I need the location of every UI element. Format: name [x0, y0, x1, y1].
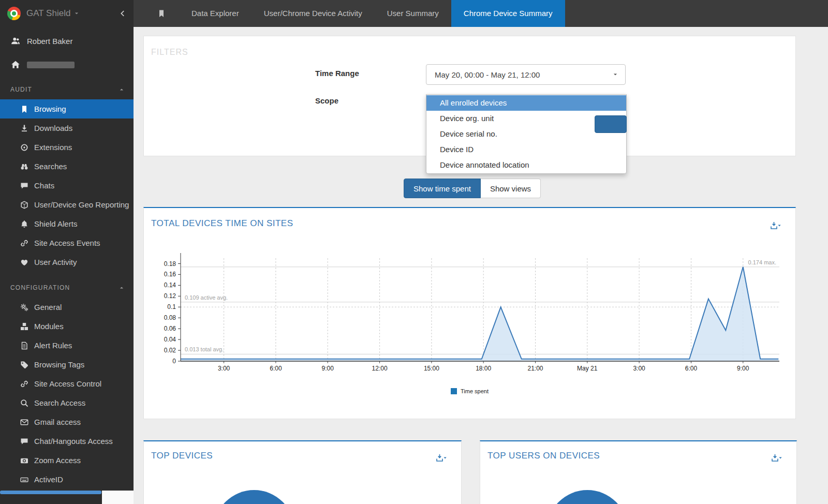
sidebar-item-shield-alerts[interactable]: Shield Alerts — [0, 214, 134, 233]
top-devices-pie-chart — [214, 490, 294, 504]
sidebar-item-home[interactable] — [0, 56, 134, 73]
chart-legend: Time spent — [144, 388, 795, 394]
tab-user-summary[interactable]: User Summary — [375, 0, 451, 27]
search-icon — [20, 399, 29, 407]
export-menu-icon[interactable] — [772, 454, 783, 463]
user-name: Robert Baker — [27, 37, 72, 46]
svg-text:0.12: 0.12 — [164, 292, 176, 300]
tab-chrome-device-summary[interactable]: Chrome Device Summary — [451, 0, 565, 27]
view-toggle-group: Show time spent Show views — [404, 179, 541, 198]
envelope-icon — [20, 418, 29, 426]
gat-shield-logo-icon — [7, 7, 21, 20]
svg-text:0.06: 0.06 — [164, 325, 176, 332]
time-on-sites-panel: TOTAL DEVICES TIME ON SITES 3:006:009:00… — [143, 207, 796, 419]
svg-text:May 21: May 21 — [577, 365, 598, 372]
caret-up-icon — [119, 87, 124, 92]
modules-icon — [20, 322, 29, 331]
bookmark-tab-icon[interactable] — [134, 9, 179, 18]
topnav-tabs: Data ExplorerUser/Chrome Device Activity… — [179, 0, 565, 27]
camera-icon — [20, 456, 29, 465]
sidebar-item-activeid[interactable]: ActiveID — [0, 470, 134, 489]
time-range-select[interactable]: May 20, 00:00 - May 21, 12:00 — [426, 64, 626, 85]
svg-text:0.08: 0.08 — [164, 314, 176, 321]
scrollbar-corner — [102, 491, 134, 504]
scope-option-device-annotated-location[interactable]: Device annotated location — [426, 157, 626, 173]
scope-option-all-enrolled-devices[interactable]: All enrolled devices — [426, 95, 626, 111]
sidebar-item-browsing-tags[interactable]: Browsing Tags — [0, 355, 134, 374]
sidebar-item-chat-hangouts-access[interactable]: Chat/Hangouts Access — [0, 432, 134, 451]
filters-panel: FILTERS Time Range May 20, 00:00 - May 2… — [143, 36, 796, 156]
svg-text:18:00: 18:00 — [476, 365, 491, 372]
sidebar-collapse-icon[interactable] — [119, 10, 126, 17]
sidebar-item-browsing[interactable]: Browsing — [0, 99, 134, 118]
svg-text:6:00: 6:00 — [270, 365, 282, 372]
sidebar-item-zoom-access[interactable]: Zoom Access — [0, 451, 134, 470]
link-icon — [20, 380, 29, 388]
extension-icon — [20, 143, 29, 152]
tab-user-chrome-device-activity[interactable]: User/Chrome Device Activity — [252, 0, 375, 27]
svg-text:0: 0 — [172, 358, 176, 365]
tab-data-explorer[interactable]: Data Explorer — [179, 0, 252, 27]
svg-text:9:00: 9:00 — [322, 365, 334, 372]
sidebar-item-user-activity[interactable]: User Activity — [0, 253, 134, 272]
sidebar-section-configuration[interactable]: CONFIGURATION — [0, 278, 134, 298]
sidebar-item-downloads[interactable]: Downloads — [0, 118, 134, 138]
user-icon — [10, 36, 21, 46]
show-views-button[interactable]: Show views — [481, 179, 541, 198]
sidebar-item-gmail-access[interactable]: Gmail access — [0, 412, 134, 432]
main-content: FILTERS Time Range May 20, 00:00 - May 2… — [134, 27, 828, 504]
svg-text:0.02: 0.02 — [164, 347, 176, 354]
redacted-label — [27, 62, 75, 68]
sidebar-item-user-device-geo-reporting[interactable]: User/Device Geo Reporting — [0, 195, 134, 214]
chevron-down-icon — [613, 72, 618, 77]
legend-label: Time spent — [461, 388, 489, 394]
sidebar-item-extensions[interactable]: Extensions — [0, 138, 134, 157]
chat-icon — [20, 182, 29, 190]
sidebar-item-modules[interactable]: Modules — [0, 317, 134, 336]
svg-text:9:00: 9:00 — [737, 365, 749, 372]
time-on-sites-chart: 3:006:009:0012:0015:0018:0021:00May 213:… — [144, 236, 796, 387]
top-users-panel: TOP USERS ON DEVICES — [480, 440, 797, 504]
search-button[interactable] — [595, 115, 627, 133]
time-range-label: Time Range — [315, 69, 359, 78]
filters-panel-label: FILTERS — [151, 48, 188, 57]
show-time-spent-button[interactable]: Show time spent — [404, 179, 481, 198]
cube-icon — [20, 201, 29, 209]
svg-text:0.04: 0.04 — [164, 336, 176, 343]
chart-panel-title: TOTAL DEVICES TIME ON SITES — [151, 218, 293, 229]
caret-up-icon — [119, 285, 124, 290]
sidebar-horizontal-scrollbar[interactable] — [0, 491, 101, 494]
sidebar-item-site-access-control[interactable]: Site Access Control — [0, 374, 134, 393]
sidebar-item-alert-rules[interactable]: Alert Rules — [0, 336, 134, 355]
bell-icon — [20, 220, 29, 228]
top-devices-panel: TOP DEVICES — [143, 440, 462, 504]
chat-icon — [20, 437, 29, 446]
sidebar-section-audit[interactable]: AUDIT — [0, 80, 134, 99]
export-menu-icon[interactable] — [771, 221, 782, 230]
sidebar-item-search-access[interactable]: Search Access — [0, 393, 134, 412]
sidebar: GAT Shield Robert Baker AUDITBrowsingDow… — [0, 0, 134, 504]
app-title[interactable]: GAT Shield — [26, 8, 70, 19]
scope-dropdown-menu: All enrolled devicesDevice org. unitDevi… — [426, 94, 627, 174]
bookmark-icon — [20, 105, 29, 113]
link-icon — [20, 239, 29, 247]
sidebar-item-site-access-events[interactable]: Site Access Events — [0, 233, 134, 253]
scope-option-device-id[interactable]: Device ID — [426, 142, 626, 157]
sidebar-item-general[interactable]: General — [0, 298, 134, 317]
svg-text:3:00: 3:00 — [633, 365, 645, 372]
download-icon — [20, 124, 29, 132]
app-menu-caret-icon[interactable] — [74, 11, 79, 16]
sidebar-item-searches[interactable]: Searches — [0, 157, 134, 176]
legend-swatch — [451, 388, 457, 394]
sidebar-user[interactable]: Robert Baker — [0, 32, 134, 50]
svg-text:21:00: 21:00 — [527, 365, 543, 372]
sidebar-item-chats[interactable]: Chats — [0, 176, 134, 195]
binoculars-icon — [20, 162, 29, 171]
export-menu-icon[interactable] — [436, 454, 448, 463]
svg-text:0.16: 0.16 — [164, 271, 176, 278]
svg-text:0.18: 0.18 — [164, 260, 176, 268]
app-window: GAT Shield Robert Baker AUDITBrowsingDow… — [0, 0, 828, 504]
svg-text:15:00: 15:00 — [424, 365, 439, 372]
scope-label: Scope — [315, 96, 338, 105]
tag-icon — [20, 361, 29, 369]
